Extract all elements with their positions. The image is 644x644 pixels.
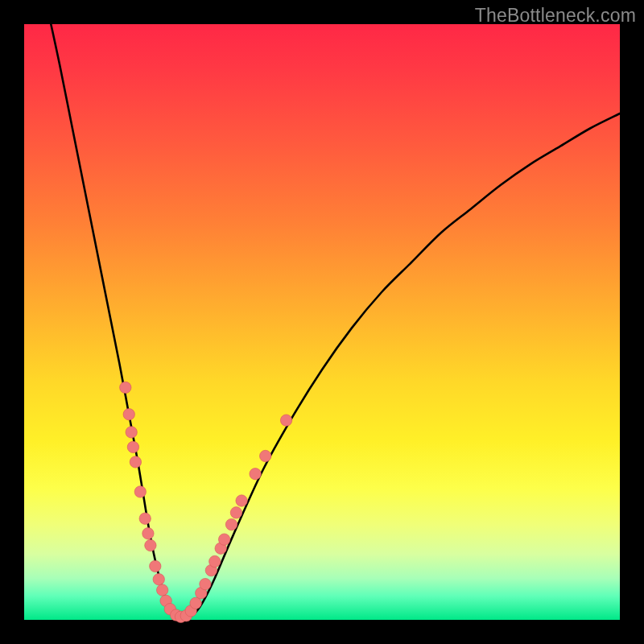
data-dot bbox=[156, 584, 167, 596]
data-dot bbox=[142, 528, 154, 539]
data-dot bbox=[150, 560, 161, 572]
data-dot bbox=[153, 573, 164, 584]
chart-svg bbox=[24, 24, 620, 620]
data-dot bbox=[260, 450, 271, 461]
data-dot bbox=[190, 597, 201, 609]
chart-container: TheBottleneck.com bbox=[0, 0, 644, 644]
data-dot bbox=[209, 555, 221, 567]
data-dot bbox=[145, 539, 156, 551]
data-dot bbox=[123, 409, 134, 420]
data-dot bbox=[230, 507, 242, 518]
data-dot bbox=[120, 382, 131, 393]
data-dot bbox=[236, 495, 247, 506]
data-dot bbox=[280, 415, 291, 426]
data-dot bbox=[134, 486, 146, 497]
data-dot bbox=[139, 513, 151, 524]
data-dot bbox=[225, 518, 237, 530]
watermark-text: TheBottleneck.com bbox=[475, 5, 636, 27]
data-dot bbox=[126, 427, 137, 438]
bottleneck-curve bbox=[51, 24, 620, 617]
data-dot bbox=[200, 578, 211, 589]
data-dot bbox=[250, 469, 261, 480]
data-dot bbox=[127, 441, 138, 452]
data-dot bbox=[218, 534, 229, 545]
data-dot bbox=[130, 456, 141, 468]
